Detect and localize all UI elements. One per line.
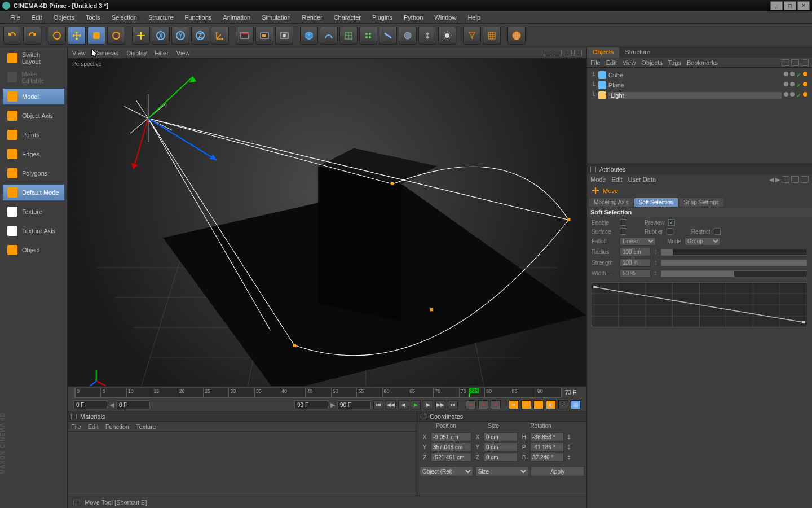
menu-selection[interactable]: Selection (106, 13, 143, 22)
attr-menu-user-data[interactable]: User Data (628, 176, 656, 183)
next-frame-button[interactable]: ▶ (423, 400, 433, 409)
mode-object-axis[interactable]: Object Axis (2, 107, 65, 124)
render-settings-button[interactable] (275, 27, 293, 45)
mat-menu-function[interactable]: Function (105, 423, 129, 430)
rubber-checkbox[interactable] (667, 228, 673, 235)
timeline-ruler[interactable]: 051015202530354045505560657075808590735 (74, 388, 562, 398)
cube-primitive-button[interactable] (300, 27, 318, 45)
menu-functions[interactable]: Functions (179, 13, 218, 22)
environment-button[interactable] (399, 27, 417, 45)
timeline-range-start-field[interactable] (116, 400, 150, 409)
width-slider[interactable] (661, 270, 807, 277)
vp-config-icon[interactable] (544, 50, 551, 56)
nurbs-button[interactable] (339, 27, 358, 45)
key-sel-button[interactable]: ▦ (571, 400, 581, 409)
coord-size-z[interactable] (484, 453, 518, 462)
menu-structure[interactable]: Structure (143, 13, 179, 22)
key-pla-button[interactable]: ⋮⋮ (558, 400, 568, 409)
next-key-button[interactable]: ▶▶ (435, 400, 445, 409)
vp-config-icon[interactable] (574, 50, 582, 56)
mode-polygons[interactable]: Polygons (2, 165, 65, 182)
coord-pos-y[interactable] (431, 443, 471, 452)
record-button[interactable]: ● (466, 400, 476, 409)
attr-icon[interactable] (782, 176, 789, 183)
coord-system-button[interactable] (211, 27, 229, 45)
search-icon[interactable] (782, 59, 789, 66)
redo-button[interactable] (23, 27, 41, 45)
menu-window[interactable]: Window (429, 13, 462, 22)
prev-frame-button[interactable]: ◀ (398, 400, 408, 409)
keyopts-button[interactable]: ● (491, 400, 501, 409)
menu-edit[interactable]: Edit (26, 13, 48, 22)
timeline-start-field[interactable] (73, 400, 107, 409)
size-mode-select[interactable]: Size (475, 466, 529, 476)
snap-button[interactable] (483, 27, 501, 45)
menu-tools[interactable]: Tools (80, 13, 106, 22)
obj-menu-objects[interactable]: Objects (641, 59, 662, 66)
objects-tab[interactable]: Objects (587, 47, 619, 58)
obj-menu-view[interactable]: View (623, 59, 636, 66)
mat-menu-texture[interactable]: Texture (136, 423, 156, 430)
camera-button[interactable] (418, 27, 436, 45)
object-tree[interactable]: └Cube✓└Plane✓└Light✓ (587, 68, 812, 164)
maximize-button[interactable]: □ (784, 1, 796, 10)
goto-start-button[interactable]: ⏮ (373, 400, 383, 409)
soft-selection-tab[interactable]: Soft Selection (634, 198, 678, 207)
key-rot-button[interactable]: ○ (533, 400, 544, 409)
obj-menu-file[interactable]: File (590, 59, 601, 66)
rotate-tool[interactable] (107, 27, 125, 45)
select-tool[interactable] (48, 27, 66, 45)
vp-menu-view[interactable]: View (176, 50, 190, 56)
play-button[interactable]: ▶ (411, 400, 421, 409)
object-cube[interactable]: └Cube✓ (589, 70, 810, 80)
object-plane[interactable]: └Plane✓ (589, 80, 810, 90)
apply-button[interactable]: Apply (531, 466, 584, 476)
minimize-button[interactable]: _ (770, 1, 783, 10)
falloff-select[interactable]: Linear (620, 237, 656, 246)
coord-pos-z[interactable] (431, 453, 471, 462)
undo-button[interactable] (3, 27, 21, 45)
vp-menu-cameras[interactable]: Cameras (94, 50, 119, 56)
move-tool[interactable] (68, 27, 86, 45)
coord-rot-x[interactable] (530, 432, 564, 441)
obj-menu-edit[interactable]: Edit (606, 59, 617, 66)
coord-pos-x[interactable] (431, 432, 471, 441)
attr-menu-mode[interactable]: Mode (590, 176, 606, 183)
key-scale-button[interactable]: □ (521, 400, 531, 409)
structure-tab[interactable]: Structure (619, 47, 656, 58)
prev-key-button[interactable]: ◀◀ (386, 400, 396, 409)
surface-checkbox[interactable] (620, 228, 626, 235)
deformer-button[interactable] (379, 27, 397, 45)
vp-config-icon[interactable] (564, 50, 572, 56)
key-pos-button[interactable]: ⬌ (509, 400, 519, 409)
attr-icon[interactable] (791, 176, 799, 183)
array-button[interactable] (359, 27, 377, 45)
menu-animation[interactable]: Animation (217, 13, 256, 22)
timeline-end-field[interactable] (337, 400, 371, 409)
autokey-button[interactable]: ● (478, 400, 488, 409)
strength-field[interactable] (620, 259, 651, 267)
mode-texture[interactable]: Texture (2, 203, 65, 220)
menu-simulation[interactable]: Simulation (256, 13, 296, 22)
filter-icon[interactable] (801, 59, 809, 66)
menu-plugins[interactable]: Plugins (367, 13, 398, 22)
selection-filter-button[interactable] (463, 27, 481, 45)
light-button[interactable] (438, 27, 456, 45)
attr-menu-edit[interactable]: Edit (612, 176, 623, 183)
object-light[interactable]: └Light✓ (589, 90, 810, 100)
modeling-axis-tab[interactable]: Modeling Axis (589, 198, 633, 207)
timeline-range-end-field[interactable] (294, 400, 328, 409)
vp-menu-display[interactable]: Display (126, 50, 147, 56)
menu-render[interactable]: Render (297, 13, 328, 22)
strength-slider[interactable] (661, 260, 807, 266)
vp-config-icon[interactable] (554, 50, 562, 56)
coord-size-y[interactable] (484, 443, 518, 452)
x-axis-lock[interactable]: X (152, 27, 170, 45)
viewport[interactable]: Perspective (68, 59, 586, 386)
scale-tool[interactable] (87, 27, 105, 45)
mode-object[interactable]: Object (2, 242, 65, 259)
attr-icon[interactable] (801, 176, 809, 183)
menu-file[interactable]: File (5, 13, 26, 22)
mode-texture-axis[interactable]: Texture Axis (2, 222, 65, 239)
radius-slider[interactable] (661, 249, 807, 256)
